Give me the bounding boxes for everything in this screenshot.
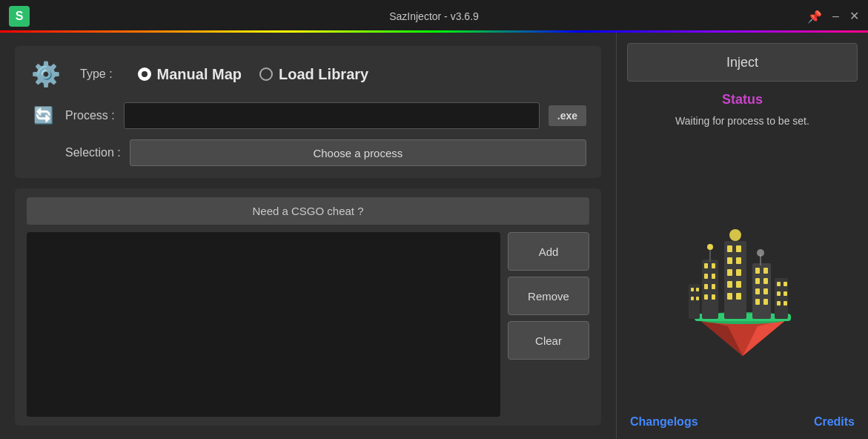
close-button[interactable]: ✕ <box>849 10 859 22</box>
pin-icon[interactable]: 📌 <box>807 10 822 24</box>
load-library-radio[interactable] <box>259 67 273 81</box>
dll-list[interactable] <box>27 232 500 417</box>
svg-rect-19 <box>727 257 732 264</box>
changelogs-link[interactable]: Changelogs <box>630 415 698 429</box>
minimize-button[interactable]: – <box>832 10 839 22</box>
status-label: Status <box>722 92 763 108</box>
process-row: 🔄 Process : .exe <box>30 102 586 129</box>
main-content: ⚙️ Type : Manual Map Load Library 🔄 Proc… <box>0 33 868 439</box>
svg-point-15 <box>707 244 713 250</box>
svg-rect-23 <box>727 281 732 288</box>
svg-rect-21 <box>727 269 732 276</box>
load-library-label: Load Library <box>279 66 368 83</box>
dll-header: Need a CSGO cheat ? <box>27 197 589 225</box>
remove-button[interactable]: Remove <box>508 277 589 315</box>
status-text: Waiting for process to be set. <box>675 115 809 127</box>
dll-buttons: Add Remove Clear <box>508 232 589 417</box>
svg-rect-6 <box>704 263 708 268</box>
credits-link[interactable]: Credits <box>814 415 855 429</box>
titlebar: S SazInjector - v3.6.9 📌 – ✕ <box>0 0 868 33</box>
svg-rect-43 <box>783 291 787 296</box>
svg-rect-8 <box>704 274 708 279</box>
svg-rect-26 <box>736 293 741 300</box>
svg-rect-50 <box>696 297 699 300</box>
add-button[interactable]: Add <box>508 232 589 271</box>
svg-rect-42 <box>777 291 781 296</box>
svg-rect-17 <box>727 245 732 252</box>
selection-label: Selection : <box>30 146 121 159</box>
left-panel: ⚙️ Type : Manual Map Load Library 🔄 Proc… <box>0 33 616 439</box>
city-illustration <box>627 139 858 409</box>
svg-rect-10 <box>704 284 708 289</box>
manual-map-label: Manual Map <box>157 66 242 83</box>
svg-rect-35 <box>755 299 760 305</box>
dll-body: Add Remove Clear <box>27 232 589 417</box>
right-panel: Inject Status Waiting for process to be … <box>616 33 868 439</box>
svg-rect-20 <box>736 257 741 264</box>
svg-point-38 <box>757 249 764 257</box>
process-label: Process : <box>65 109 115 122</box>
svg-rect-14 <box>709 248 711 262</box>
svg-rect-12 <box>704 294 708 300</box>
svg-rect-41 <box>783 282 787 286</box>
bottom-links: Changelogs Credits <box>627 409 858 429</box>
svg-rect-40 <box>777 282 781 286</box>
load-library-option[interactable]: Load Library <box>259 66 368 83</box>
svg-rect-7 <box>712 263 715 268</box>
inject-button[interactable]: Inject <box>627 43 858 82</box>
svg-rect-9 <box>712 274 715 279</box>
svg-rect-30 <box>763 268 768 274</box>
app-title: SazInjector - v3.6.9 <box>389 10 479 22</box>
svg-rect-5 <box>702 260 718 319</box>
manual-map-radio[interactable] <box>138 67 151 81</box>
type-label: Type : <box>80 67 113 81</box>
svg-rect-16 <box>724 241 746 319</box>
svg-rect-18 <box>736 245 741 252</box>
svg-rect-13 <box>712 294 715 300</box>
dll-section: Need a CSGO cheat ? Add Remove Clear <box>15 188 601 426</box>
top-section: ⚙️ Type : Manual Map Load Library 🔄 Proc… <box>15 46 601 178</box>
svg-rect-25 <box>727 293 732 300</box>
exe-badge: .exe <box>549 105 586 126</box>
svg-rect-24 <box>736 281 741 288</box>
svg-rect-47 <box>691 288 694 291</box>
selection-row: Selection : Choose a process <box>30 139 586 166</box>
choose-process-button[interactable]: Choose a process <box>130 139 586 166</box>
svg-rect-34 <box>763 288 768 294</box>
svg-rect-28 <box>752 263 771 319</box>
svg-rect-45 <box>783 301 787 306</box>
clear-button[interactable]: Clear <box>508 321 589 360</box>
svg-rect-31 <box>755 278 760 284</box>
manual-map-option[interactable]: Manual Map <box>138 66 242 83</box>
svg-rect-32 <box>763 278 768 284</box>
svg-rect-48 <box>696 288 699 291</box>
titlebar-controls: 📌 – ✕ <box>807 10 859 24</box>
type-row: ⚙️ Type : Manual Map Load Library <box>30 58 586 90</box>
gear-icon: ⚙️ <box>30 58 62 90</box>
svg-rect-11 <box>712 284 715 289</box>
process-input[interactable] <box>124 102 540 129</box>
svg-rect-49 <box>691 297 694 300</box>
app-logo: S <box>9 6 30 27</box>
svg-rect-44 <box>777 301 781 306</box>
logo-text: S <box>16 10 24 23</box>
refresh-icon[interactable]: 🔄 <box>30 102 56 129</box>
svg-rect-29 <box>755 268 760 274</box>
svg-rect-36 <box>763 299 768 305</box>
svg-point-27 <box>729 229 741 241</box>
svg-rect-22 <box>736 269 741 276</box>
svg-rect-33 <box>755 288 760 294</box>
